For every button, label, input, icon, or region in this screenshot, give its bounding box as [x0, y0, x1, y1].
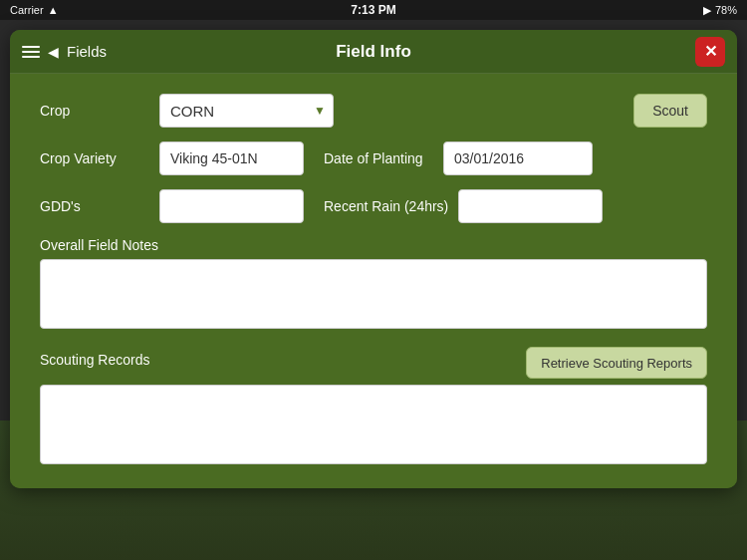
- crop-row-left: Crop CORN SOYBEANS WHEAT COTTON SORGHUM …: [40, 94, 334, 128]
- hamburger-icon[interactable]: [22, 46, 40, 58]
- field-notes-textarea[interactable]: [40, 259, 707, 329]
- gdd-rain-row: GDD's Recent Rain (24hrs): [40, 189, 707, 223]
- field-notes-section: Overall Field Notes: [40, 237, 707, 347]
- status-bar: Carrier ▲ 7:13 PM ▶ 78%: [0, 0, 747, 20]
- field-notes-label: Overall Field Notes: [40, 237, 707, 253]
- crop-label: Crop: [40, 103, 149, 119]
- date-of-planting-pair: Date of Planting: [324, 141, 593, 175]
- scouting-records-label: Scouting Records: [40, 352, 150, 368]
- crop-variety-label: Crop Variety: [40, 150, 149, 166]
- gdds-pair: GDD's: [40, 189, 304, 223]
- modal-overlay: ◀ Fields Field Info ✕ Crop CORN SOYBEANS…: [0, 20, 747, 560]
- crop-variety-pair: Crop Variety: [40, 141, 304, 175]
- date-of-planting-label: Date of Planting: [324, 150, 433, 166]
- battery-label: 78%: [715, 4, 737, 16]
- gdds-input[interactable]: [159, 189, 304, 223]
- close-button[interactable]: ✕: [695, 37, 725, 67]
- wifi-icon: ▲: [48, 4, 59, 16]
- crop-row: Crop CORN SOYBEANS WHEAT COTTON SORGHUM …: [40, 94, 707, 128]
- carrier-label: Carrier: [10, 4, 44, 16]
- nav-back-button[interactable]: ◀ Fields: [22, 43, 107, 60]
- scouting-header-row: Scouting Records Retrieve Scouting Repor…: [40, 347, 707, 379]
- crop-select[interactable]: CORN SOYBEANS WHEAT COTTON SORGHUM: [159, 94, 334, 128]
- crop-select-wrapper: CORN SOYBEANS WHEAT COTTON SORGHUM ▼: [159, 94, 334, 128]
- nav-bar: ◀ Fields Field Info ✕: [10, 30, 737, 74]
- scouting-records-textarea[interactable]: [40, 385, 707, 464]
- scouting-records-section: Scouting Records Retrieve Scouting Repor…: [40, 347, 707, 468]
- date-of-planting-input[interactable]: [443, 141, 593, 175]
- scout-button[interactable]: Scout: [633, 94, 707, 128]
- status-left: Carrier ▲: [10, 4, 59, 16]
- form-content: Crop CORN SOYBEANS WHEAT COTTON SORGHUM …: [10, 74, 737, 488]
- retrieve-scouting-reports-button[interactable]: Retrieve Scouting Reports: [526, 347, 707, 379]
- variety-date-row: Crop Variety Date of Planting: [40, 141, 707, 175]
- recent-rain-pair: Recent Rain (24hrs): [324, 189, 603, 223]
- back-label[interactable]: Fields: [67, 43, 107, 60]
- recent-rain-label: Recent Rain (24hrs): [324, 198, 448, 214]
- gdds-label: GDD's: [40, 198, 149, 214]
- signal-icon: ▶: [703, 4, 711, 17]
- status-time: 7:13 PM: [351, 3, 395, 17]
- back-arrow-icon: ◀: [48, 44, 59, 60]
- status-right: ▶ 78%: [703, 4, 737, 17]
- recent-rain-input[interactable]: [458, 189, 603, 223]
- field-info-modal: ◀ Fields Field Info ✕ Crop CORN SOYBEANS…: [10, 30, 737, 488]
- nav-title: Field Info: [336, 42, 411, 62]
- crop-variety-input[interactable]: [159, 141, 304, 175]
